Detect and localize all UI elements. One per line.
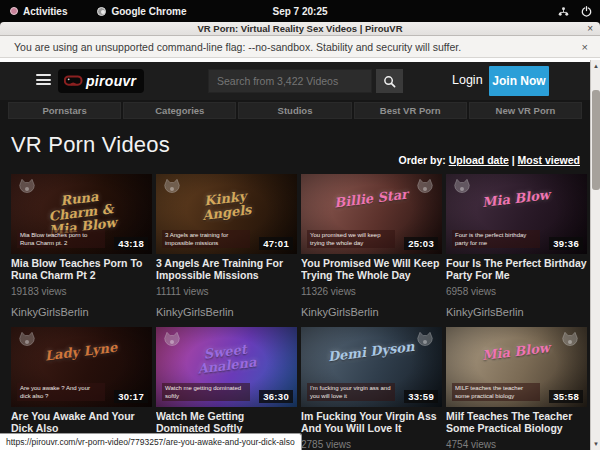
tab-title: VR Porn: Virtual Reality Sex Videos | Pi… [197,23,402,34]
cat-mask-watermark-icon [450,177,474,199]
video-views: 2785 views [301,439,442,450]
video-thumbnail[interactable]: Lady LyneAre you awake ? And your dick a… [11,327,152,407]
video-channel-link[interactable]: KinkyGirlsBerlin [11,306,152,318]
warning-text: You are using an unsupported command-lin… [14,41,461,53]
thumbnail-caption: You promised we will keep trying the who… [307,230,395,248]
site-logo[interactable]: pirouvr [58,69,144,93]
thumbnail-caption: Watch me getting dominated softly [162,383,250,401]
screen: Activities Google Chrome Sep 7 20:25 VR … [0,0,600,450]
thumbnail-caption: Are you awake ? And your dick also ? [17,383,105,401]
status-url-tooltip: https://pirouvr.com/vr-porn-video/779325… [0,433,302,450]
video-title-link[interactable]: Are You Awake And Your Dick Also [11,411,152,434]
order-by: Order by: Upload date | Most viewed [399,154,581,166]
video-views: 11111 views [156,286,297,297]
video-card[interactable]: Billie StarYou promised we will keep try… [301,174,442,318]
nav-bar: PornstarsCategoriesStudiosBest VR PornNe… [0,100,590,119]
scrollbar-thumb[interactable] [592,90,600,190]
activities-button[interactable]: Activities [10,6,67,17]
video-title-link[interactable]: Watch Me Getting Dominated Softly [156,411,297,434]
nav-item-pornstars[interactable]: Pornstars [8,102,121,119]
vr-goggles-icon [64,75,84,87]
video-title-link[interactable]: Mia Blow Teaches Porn To Runa Charm Pt 2 [11,258,152,281]
join-now-button[interactable]: Join Now [489,66,549,96]
video-card[interactable]: Mia BlowMILF teaches the teacher some pr… [446,327,587,450]
duration-badge: 47:01 [259,237,293,250]
duration-badge: 36:30 [259,390,293,403]
video-thumbnail[interactable]: Kinky Angels3 Angels are training for im… [156,174,297,254]
video-title-link[interactable]: Four Is The Perfect Birthday Party For M… [446,258,587,281]
order-by-label: Order by: [399,154,446,166]
video-card[interactable]: Demi DysonI'm fucking your virgin ass an… [301,327,442,450]
cat-mask-watermark-icon [558,330,582,352]
video-thumbnail[interactable]: Sweet AnalenaWatch me getting dominated … [156,327,297,407]
warning-bar: You are using an unsupported command-lin… [0,36,600,58]
tab-close-icon[interactable]: × [587,22,593,36]
video-thumbnail[interactable]: Mia BlowMILF teaches the teacher some pr… [446,327,587,407]
cat-mask-watermark-icon [15,177,39,199]
video-channel-link[interactable]: KinkyGirlsBerlin [156,306,297,318]
duration-badge: 25:03 [404,237,438,250]
activities-icon [10,7,18,15]
duration-badge: 33:59 [404,390,438,403]
video-card[interactable]: Lady LyneAre you awake ? And your dick a… [11,327,152,450]
webpage: pirouvr Login Join Now PornstarsCategori… [0,62,590,450]
nav-item-best-vr-porn[interactable]: Best VR Porn [354,102,467,119]
cat-mask-watermark-icon [160,177,184,199]
search-input[interactable] [208,69,372,93]
video-channel-link[interactable]: KinkyGirlsBerlin [446,306,587,318]
search-button[interactable] [376,69,403,93]
scroll-down-icon[interactable]: ▼ [591,439,600,449]
thumbnail-caption: I'm fucking your virgin ass and you will… [307,383,395,401]
system-bar: Activities Google Chrome Sep 7 20:25 [0,0,600,22]
cat-mask-watermark-icon [413,330,437,352]
duration-badge: 30:17 [114,390,148,403]
video-views: 6958 views [446,286,587,297]
order-link-upload-date[interactable]: Upload date [449,154,509,166]
video-card[interactable]: Mia BlowFour is the perfect birthday par… [446,174,587,318]
video-title-link[interactable]: Im Fucking Your Virgin Ass And You Will … [301,411,442,434]
chrome-icon [97,7,106,16]
video-title-link[interactable]: Milf Teaches The Teacher Some Practical … [446,411,587,434]
duration-badge: 43:18 [114,237,148,250]
cat-mask-watermark-icon [413,177,437,199]
duration-badge: 39:36 [549,237,583,250]
video-views: 11326 views [301,286,442,297]
video-thumbnail[interactable]: Billie StarYou promised we will keep try… [301,174,442,254]
content: VR Porn Videos Order by: Upload date | M… [0,132,590,450]
cat-mask-watermark-icon [160,330,184,352]
search-icon [383,75,396,88]
video-thumbnail[interactable]: Demi DysonI'm fucking your virgin ass an… [301,327,442,407]
video-card[interactable]: Runa Charm & Mia BlowMia Blow teaches po… [11,174,152,318]
video-card[interactable]: Sweet AnalenaWatch me getting dominated … [156,327,297,450]
nav-item-studios[interactable]: Studios [238,102,351,119]
video-channel-link[interactable]: KinkyGirlsBerlin [301,306,442,318]
video-title-link[interactable]: You Promised We Will Keep Trying The Who… [301,258,442,281]
status-url-text: https://pirouvr.com/vr-porn-video/779325… [6,437,295,447]
video-views: 4754 views [446,439,587,450]
scrollbar[interactable]: ▲ ▼ [590,60,600,450]
clock[interactable]: Sep 7 20:25 [272,6,327,17]
thumbnail-caption: MILF teaches the teacher some practical … [452,383,540,401]
video-card[interactable]: Kinky Angels3 Angels are training for im… [156,174,297,318]
menu-icon[interactable] [36,74,51,87]
network-icon[interactable] [558,6,569,17]
chrome-label: Google Chrome [111,6,186,17]
warning-close-icon[interactable]: × [582,41,588,53]
video-views: 19183 views [11,286,152,297]
logo-text: pirouvr [86,73,136,89]
video-thumbnail[interactable]: Mia BlowFour is the perfect birthday par… [446,174,587,254]
power-icon[interactable] [581,6,592,17]
site-header: pirouvr Login Join Now [0,62,590,100]
browser-title-bar: VR Porn: Virtual Reality Sex Videos | Pi… [0,22,600,36]
video-title-link[interactable]: 3 Angels Are Training For Impossible Mis… [156,258,297,281]
duration-badge: 35:58 [549,390,583,403]
scroll-up-icon[interactable]: ▲ [591,61,600,71]
video-thumbnail[interactable]: Runa Charm & Mia BlowMia Blow teaches po… [11,174,152,254]
thumbnail-caption: Four is the perfect birthday party for m… [452,230,540,248]
activities-label: Activities [23,6,67,17]
login-link[interactable]: Login [452,73,483,87]
nav-item-categories[interactable]: Categories [123,102,236,119]
nav-item-new-vr-porn[interactable]: New VR Porn [469,102,582,119]
order-link-most-viewed[interactable]: Most viewed [518,154,580,166]
chrome-app-indicator[interactable]: Google Chrome [97,6,186,17]
